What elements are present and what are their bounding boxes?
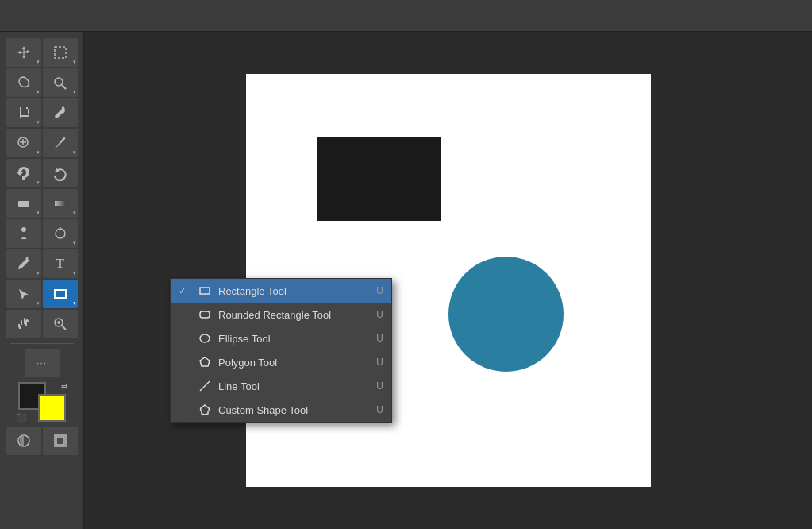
zoom-tool[interactable] <box>43 310 78 338</box>
quick-select-tool[interactable]: ▾ <box>43 68 78 97</box>
rectangle-tool-icon <box>198 284 212 298</box>
tool-row-10 <box>4 310 80 338</box>
svg-rect-21 <box>200 288 210 294</box>
menu-label-rounded-rectangle: Rounded Rectangle Tool <box>218 309 370 321</box>
menu-item-rounded-rectangle[interactable]: Rounded Rectangle Tool U <box>171 303 391 326</box>
screen-mode-button[interactable] <box>43 427 78 455</box>
svg-rect-0 <box>55 47 66 58</box>
tool-row-6: ▾ ▾ <box>4 189 80 218</box>
move-tool[interactable]: ▾ <box>6 38 41 67</box>
gradient-tool[interactable]: ▾ <box>43 189 78 218</box>
more-tools-row: ··· <box>4 349 80 377</box>
svg-point-12 <box>25 257 28 260</box>
shape-tool[interactable]: ▾ <box>43 280 78 308</box>
menu-label-rectangle: Rectangle Tool <box>218 285 370 297</box>
quick-mask-button[interactable] <box>6 427 41 455</box>
hand-tool[interactable] <box>6 310 41 338</box>
tool-row-1: ▾ ▾ <box>4 38 80 67</box>
tool-row-7: ▾ <box>4 219 80 248</box>
line-tool-icon <box>198 379 212 393</box>
more-tools-label: ··· <box>37 357 47 369</box>
polygon-tool-icon <box>198 355 212 369</box>
bottom-tools <box>4 427 80 455</box>
path-selection-tool[interactable]: ▾ <box>6 280 41 308</box>
menu-item-line[interactable]: Line Tool U <box>171 374 391 398</box>
canvas-area: ✓ Rectangle Tool U Rounded Rectangle Too… <box>84 32 812 529</box>
svg-rect-20 <box>56 437 64 445</box>
svg-rect-6 <box>22 176 25 180</box>
svg-point-9 <box>21 227 26 232</box>
color-swap[interactable]: ⇄ <box>61 382 67 391</box>
menu-shortcut-rectangle: U <box>376 285 383 296</box>
menu-shortcut-ellipse: U <box>376 333 383 344</box>
ellipse-tool-icon <box>198 331 212 346</box>
tool-row-5: ▾ <box>4 159 80 187</box>
menu-shortcut-line: U <box>376 380 383 392</box>
svg-marker-24 <box>200 357 210 366</box>
menu-item-polygon[interactable]: Polygon Tool U <box>171 350 391 374</box>
dodge-tool[interactable]: ▾ <box>43 219 78 248</box>
tool-row-8: ▾ T ▾ <box>4 249 80 278</box>
custom-shape-tool-icon <box>198 403 212 417</box>
menu-shortcut-rounded-rectangle: U <box>376 309 383 320</box>
svg-rect-22 <box>200 311 210 318</box>
menu-shortcut-custom-shape: U <box>376 404 383 415</box>
blue-circle-shape <box>448 257 564 372</box>
pen-tool[interactable]: ▾ <box>6 249 41 278</box>
heal-tool[interactable]: ▾ <box>6 129 41 157</box>
menu-check-rectangle: ✓ <box>179 286 191 296</box>
svg-point-1 <box>55 78 63 86</box>
marquee-tool[interactable]: ▾ <box>43 38 78 67</box>
menu-item-custom-shape[interactable]: Custom Shape Tool U <box>171 398 391 422</box>
eyedropper-tool[interactable] <box>43 98 78 127</box>
svg-rect-8 <box>55 201 66 206</box>
svg-point-23 <box>200 334 210 342</box>
tool-row-9: ▾ ▾ <box>4 280 80 308</box>
black-rectangle-shape <box>317 137 441 221</box>
tool-row-4: ▾ ▾ <box>4 129 80 157</box>
svg-line-25 <box>200 381 210 391</box>
menu-label-line: Line Tool <box>218 380 370 392</box>
menu-label-custom-shape: Custom Shape Tool <box>218 404 370 416</box>
history-brush-tool[interactable] <box>43 159 78 187</box>
tool-row-3: ▾ <box>4 98 80 127</box>
crop-tool[interactable]: ▾ <box>6 98 41 127</box>
color-section: ⬛ ⇄ <box>18 382 66 422</box>
color-reset[interactable]: ⬛ <box>17 413 26 422</box>
more-tools-button[interactable]: ··· <box>25 349 60 377</box>
puppet-warp-tool[interactable] <box>6 219 41 248</box>
menu-item-ellipse[interactable]: Ellipse Tool U <box>171 326 391 350</box>
menu-item-rectangle[interactable]: ✓ Rectangle Tool U <box>171 279 391 303</box>
svg-point-10 <box>56 229 65 238</box>
lasso-tool[interactable]: ▾ <box>6 68 41 97</box>
svg-rect-13 <box>55 290 66 298</box>
tool-row-2: ▾ ▾ <box>4 68 80 97</box>
eraser-tool[interactable]: ▾ <box>6 189 41 218</box>
background-color[interactable] <box>38 394 66 422</box>
toolbar: ▾ ▾ ▾ ▾ ▾ <box>0 32 84 529</box>
stamp-tool[interactable]: ▾ <box>6 159 41 187</box>
shape-tool-context-menu: ✓ Rectangle Tool U Rounded Rectangle Too… <box>170 278 392 423</box>
rounded-rectangle-tool-icon <box>198 307 212 322</box>
brush-tool[interactable]: ▾ <box>43 129 78 157</box>
svg-line-15 <box>62 326 66 330</box>
menu-label-ellipse: Ellipse Tool <box>218 333 370 345</box>
svg-rect-7 <box>18 201 29 207</box>
text-tool[interactable]: T ▾ <box>43 249 78 278</box>
top-bar <box>0 0 812 32</box>
main-layout: ▾ ▾ ▾ ▾ ▾ <box>0 32 812 529</box>
menu-shortcut-polygon: U <box>376 357 383 368</box>
menu-label-polygon: Polygon Tool <box>218 357 370 369</box>
toolbar-separator <box>10 343 74 344</box>
svg-line-2 <box>62 85 66 89</box>
